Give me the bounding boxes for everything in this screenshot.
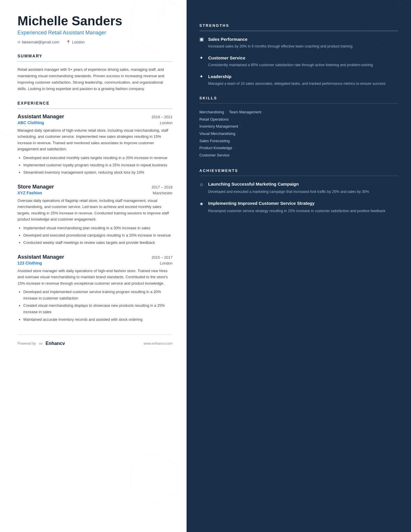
experience-divider <box>17 108 173 109</box>
achievement-item-1: ★ Implementing Improved Customer Service… <box>199 200 398 214</box>
strength-icon: ✦ <box>199 55 205 61</box>
skill-item: Customer Service <box>199 153 229 157</box>
skills-divider <box>199 103 398 104</box>
hex-decoration-1 <box>125 0 187 62</box>
strength-desc: Managed a team of 10 sales associates, d… <box>199 81 398 87</box>
achievement-name: Launching Successful Marketing Campaign <box>208 181 299 187</box>
skill-separator: · <box>230 153 232 157</box>
exp-bullets: Implemented visual merchandising plan re… <box>17 225 173 246</box>
bullet-item: Streamlined inventory management system,… <box>23 169 173 176</box>
exp-bullets: Developed and executed monthly sales tar… <box>17 155 173 176</box>
exp-company: 123 Clothing <box>17 261 42 265</box>
achievements-section-title: ACHIEVEMENTS <box>199 168 398 173</box>
summary-text: Retail assistant manager with 5+ years o… <box>17 66 173 92</box>
exp-role: Store Manager <box>17 184 54 190</box>
skill-line-6: Customer Service · <box>199 152 398 159</box>
exp-role: Assistant Manager <box>17 254 64 260</box>
skill-separator: · <box>231 139 233 143</box>
skill-line-4: Sales Forecasting · <box>199 138 398 145</box>
achievements-divider <box>199 176 398 176</box>
skill-separator: · <box>236 131 238 136</box>
strength-name: Sales Performance <box>208 37 247 42</box>
exp-company-row: ABC Clothing London <box>17 120 173 125</box>
strength-header: ✦ Leadership <box>199 74 398 79</box>
exp-company-row: XYZ Fashion Manchester <box>17 191 173 195</box>
strength-name: Leadership <box>208 74 231 79</box>
bullet-item: Conducted weekly staff meetings to revie… <box>23 239 173 246</box>
footer-left: Powered by ∞ Enhancv <box>17 341 65 347</box>
skill-item: Team Management <box>229 110 261 114</box>
location-icon: 📍 <box>66 40 71 44</box>
exp-header-row: Assistant Manager 2019 – 2021 <box>17 114 173 120</box>
exp-header-row: Assistant Manager 2015 – 2017 <box>17 254 173 260</box>
bullet-item: Developed and executed promotional campa… <box>23 232 173 239</box>
exp-company-row: 123 Clothing London <box>17 261 173 265</box>
skill-separator: · <box>262 110 264 114</box>
skill-item: Merchandising <box>199 110 224 114</box>
skills-section-title: SKILLS <box>199 96 398 100</box>
svg-marker-4 <box>154 459 178 489</box>
achievement-desc: Revamped customer service strategy resul… <box>199 208 398 214</box>
svg-marker-6 <box>363 0 411 50</box>
bullet-item: Developed and executed monthly sales tar… <box>23 155 173 161</box>
right-column: STRENGTHS ▣ Sales Performance Increased … <box>187 0 411 532</box>
skill-line-5: Product Knowledge · <box>199 145 398 152</box>
achievement-header: ★ Implementing Improved Customer Service… <box>199 200 398 207</box>
bullet-item: Maintained accurate inventory records an… <box>23 316 173 323</box>
exp-bullets: Developed and implemented customer servi… <box>17 289 173 323</box>
exp-dates: 2017 – 2018 <box>152 185 173 189</box>
skill-item: Visual Merchandising <box>199 131 235 136</box>
hex-deco-right-top <box>359 0 411 59</box>
email-icon: ✉ <box>17 40 20 44</box>
location-text: London <box>72 40 85 44</box>
exp-dates: 2015 – 2017 <box>152 255 173 260</box>
skill-separator: · <box>239 124 241 128</box>
footer: Powered by ∞ Enhancv www.enhancv.com <box>17 334 173 347</box>
experience-entry-0: Assistant Manager 2019 – 2021 ABC Clothi… <box>17 114 173 176</box>
skill-line-0: Merchandising · Team Management · <box>199 109 398 116</box>
skill-item: Product Knowledge <box>199 146 232 150</box>
location-contact: 📍 London <box>66 40 85 44</box>
experience-entry-2: Assistant Manager 2015 – 2017 123 Clothi… <box>17 254 173 323</box>
bullet-item: Created visual merchandising displays to… <box>23 302 173 315</box>
bullet-item: Implemented customer loyalty program res… <box>23 162 173 168</box>
achievement-name: Implementing Improved Customer Service S… <box>208 200 315 206</box>
achievement-icon: ★ <box>199 201 205 207</box>
achievement-item-0: ☆ Launching Successful Marketing Campaig… <box>199 181 398 195</box>
skill-separator: · <box>229 117 231 121</box>
footer-logo: Enhancv <box>45 341 65 346</box>
footer-website: www.enhancv.com <box>144 341 173 346</box>
exp-header-row: Store Manager 2017 – 2018 <box>17 184 173 190</box>
strength-icon: ▣ <box>199 36 205 42</box>
exp-location: London <box>160 121 173 125</box>
email-contact: ✉ fakeemail@gmail.com <box>17 40 59 44</box>
strength-name: Customer Service <box>208 55 245 60</box>
strength-icon: ✦ <box>199 74 205 79</box>
skill-item: Inventory Management <box>199 124 238 128</box>
achievement-desc: Developed and executed a marketing campa… <box>199 189 398 195</box>
skill-item: Retail Operations <box>199 117 229 121</box>
exp-description: Oversaw daily operations of flagship ret… <box>17 198 173 223</box>
achievements-container: ☆ Launching Successful Marketing Campaig… <box>199 181 398 214</box>
svg-marker-7 <box>386 3 411 34</box>
powered-by-text: Powered by <box>17 341 36 346</box>
exp-description: Assisted store manager with daily operat… <box>17 268 173 286</box>
exp-description: Managed daily operations of high-volume … <box>17 127 173 152</box>
skill-separator: · <box>225 110 228 114</box>
hex-decoration-2 <box>128 449 181 509</box>
skill-item: Sales Forecasting <box>199 139 230 143</box>
skills-container: Merchandising · Team Management · Retail… <box>199 109 398 159</box>
achievement-header: ☆ Launching Successful Marketing Campaig… <box>199 181 398 187</box>
svg-marker-8 <box>366 0 392 25</box>
email-text: fakeemail@gmail.com <box>22 40 59 44</box>
exp-location: London <box>160 261 173 265</box>
experience-entry-1: Store Manager 2017 – 2018 XYZ Fashion Ma… <box>17 184 173 246</box>
svg-marker-5 <box>0 105 23 137</box>
exp-company: XYZ Fashion <box>17 191 42 195</box>
skill-separator: · <box>233 146 235 150</box>
strength-desc: Consistently maintained a 95% customer s… <box>199 62 398 68</box>
experience-section-title: EXPERIENCE <box>17 101 173 105</box>
skill-line-2: Inventory Management · <box>199 123 398 130</box>
strength-item-2: ✦ Leadership Managed a team of 10 sales … <box>199 74 398 87</box>
bullet-item: Implemented visual merchandising plan re… <box>23 225 173 231</box>
